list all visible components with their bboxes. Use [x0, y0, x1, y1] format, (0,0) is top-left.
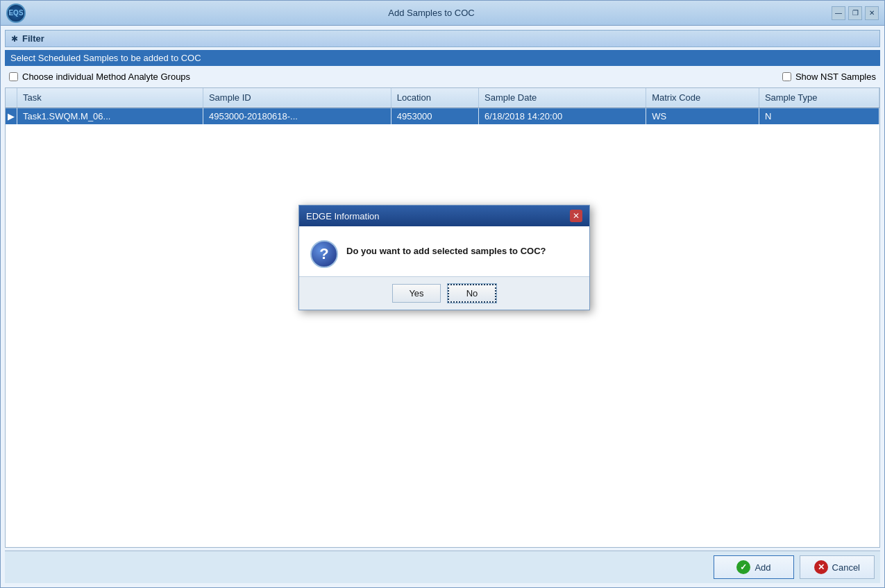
cell-sample-date: 6/18/2018 14:20:00 — [479, 108, 646, 124]
show-nst-label: Show NST Samples — [795, 72, 876, 82]
col-task: Task — [17, 88, 203, 108]
show-nst-checkbox[interactable] — [782, 72, 791, 81]
dialog-body: ? Do you want to add selected samples to… — [299, 226, 589, 276]
filter-bar: ✱ Filter — [5, 30, 880, 47]
window-controls: — ❐ ✕ — [832, 6, 879, 20]
title-bar: EQS Add Samples to COC — ❐ ✕ — [1, 1, 884, 26]
cancel-button[interactable]: ✕ Cancel — [800, 555, 875, 579]
no-button[interactable]: No — [448, 284, 496, 303]
close-button[interactable]: ✕ — [865, 6, 879, 20]
question-icon: ? — [310, 240, 338, 268]
cell-matrix-code: WS — [646, 108, 759, 124]
restore-button[interactable]: ❐ — [848, 6, 862, 20]
col-sample-id: Sample ID — [203, 88, 391, 108]
table-row[interactable]: ▶ Task1.SWQM.M_06... 4953000-20180618-..… — [6, 108, 879, 124]
dialog-message: Do you want to add selected samples to C… — [346, 240, 546, 256]
col-arrow — [6, 88, 17, 108]
individual-method-group: Choose individual Method Analyte Groups — [9, 72, 190, 82]
cell-sample-id: 4953000-20180618-... — [203, 108, 391, 124]
options-bar: Choose individual Method Analyte Groups … — [5, 69, 880, 85]
cell-location: 4953000 — [391, 108, 478, 124]
add-label: Add — [755, 562, 770, 573]
minimize-button[interactable]: — — [832, 6, 845, 20]
section-header: Select Scheduled Samples to be added to … — [5, 50, 880, 66]
dialog-footer: Yes No — [299, 276, 589, 310]
cell-sample-type: N — [759, 108, 879, 124]
col-location: Location — [391, 88, 478, 108]
edge-information-dialog: EDGE Information ✕ ? Do you want to add … — [298, 205, 590, 310]
bottom-bar: ✓ Add ✕ Cancel — [5, 551, 880, 583]
dialog-title-bar: EDGE Information ✕ — [299, 205, 589, 226]
show-nst-group: Show NST Samples — [782, 72, 876, 82]
dialog-close-button[interactable]: ✕ — [570, 210, 582, 222]
app-logo: EQS — [6, 3, 26, 23]
samples-table-container: Task Sample ID Location Sample Date Matr… — [5, 87, 880, 548]
col-sample-date: Sample Date — [479, 88, 646, 108]
samples-table: Task Sample ID Location Sample Date Matr… — [6, 88, 879, 124]
filter-label: Filter — [22, 33, 44, 44]
add-button[interactable]: ✓ Add — [714, 555, 793, 579]
cancel-icon: ✕ — [814, 560, 828, 574]
individual-method-label: Choose individual Method Analyte Groups — [22, 72, 190, 82]
cell-task: Task1.SWQM.M_06... — [17, 108, 203, 124]
window-title: Add Samples to COC — [31, 8, 832, 18]
yes-button[interactable]: Yes — [392, 284, 441, 303]
dialog-title: EDGE Information — [306, 211, 380, 221]
individual-method-checkbox[interactable] — [9, 72, 18, 81]
col-sample-type: Sample Type — [759, 88, 879, 108]
row-arrow: ▶ — [6, 108, 17, 124]
filter-icon: ✱ — [11, 34, 18, 44]
cancel-label: Cancel — [832, 562, 860, 573]
add-icon: ✓ — [736, 560, 750, 574]
col-matrix-code: Matrix Code — [646, 88, 759, 108]
